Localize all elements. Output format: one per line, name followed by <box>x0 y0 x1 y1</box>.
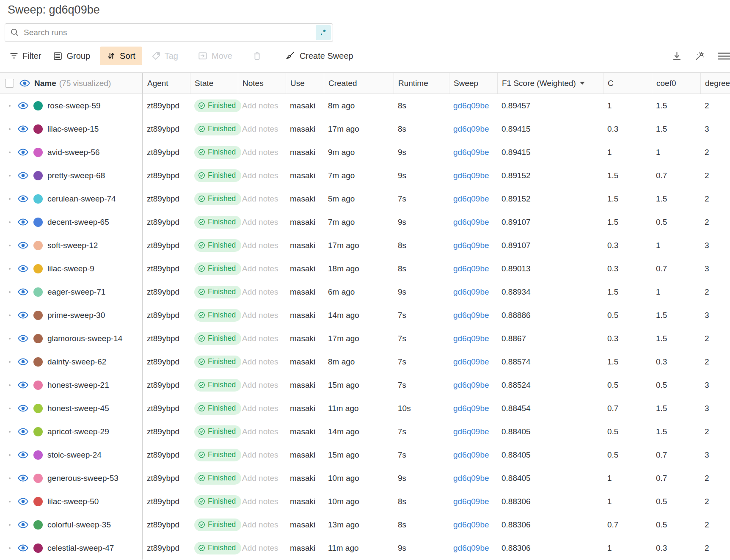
run-name-link[interactable]: lilac-sweep-9 <box>47 264 94 273</box>
column-header-notes[interactable]: Notes <box>238 73 286 94</box>
visibility-eye-icon[interactable] <box>18 125 28 133</box>
run-name-link[interactable]: glamorous-sweep-14 <box>47 334 122 343</box>
column-header-state[interactable]: State <box>190 73 238 94</box>
add-notes-button[interactable]: Add notes <box>242 241 278 250</box>
run-name-link[interactable]: eager-sweep-71 <box>47 287 105 297</box>
drag-handle[interactable] <box>9 431 11 433</box>
column-header-created[interactable]: Created <box>324 73 394 94</box>
move-button[interactable]: Move <box>198 51 232 61</box>
column-header-agent[interactable]: Agent <box>143 73 190 94</box>
filter-button[interactable]: Filter <box>9 51 41 61</box>
column-header-name[interactable]: Name (75 visualized) <box>0 73 143 94</box>
sweep-link[interactable]: gd6q09be <box>453 194 489 204</box>
column-header-sweep[interactable]: Sweep <box>449 73 497 94</box>
add-notes-button[interactable]: Add notes <box>242 124 278 134</box>
sweep-link[interactable]: gd6q09be <box>453 148 489 157</box>
add-notes-button[interactable]: Add notes <box>242 381 278 390</box>
add-notes-button[interactable]: Add notes <box>242 543 278 553</box>
add-notes-button[interactable]: Add notes <box>242 427 278 436</box>
column-header-degree[interactable]: degree <box>700 73 730 94</box>
add-notes-button[interactable]: Add notes <box>242 357 278 367</box>
menu-icon[interactable] <box>717 51 730 61</box>
run-name-link[interactable]: lilac-sweep-50 <box>47 497 99 506</box>
add-notes-button[interactable]: Add notes <box>242 520 278 530</box>
visibility-eye-icon[interactable] <box>18 171 28 179</box>
sweep-link[interactable]: gd6q09be <box>453 311 489 320</box>
visibility-eye-icon[interactable] <box>18 241 28 249</box>
drag-handle[interactable] <box>9 105 11 107</box>
column-header-f1-score[interactable]: F1 Score (Weighted) <box>497 73 603 94</box>
visibility-all-eye-icon[interactable] <box>19 79 30 87</box>
visibility-eye-icon[interactable] <box>18 265 28 273</box>
sweep-link[interactable]: gd6q09be <box>453 334 489 343</box>
visibility-eye-icon[interactable] <box>18 311 28 319</box>
drag-handle[interactable] <box>9 198 11 200</box>
sweep-link[interactable]: gd6q09be <box>453 520 489 530</box>
delete-button[interactable] <box>252 51 262 61</box>
sweep-link[interactable]: gd6q09be <box>453 474 489 483</box>
visibility-eye-icon[interactable] <box>18 358 28 366</box>
run-name-link[interactable]: lilac-sweep-15 <box>47 124 99 134</box>
drag-handle[interactable] <box>9 501 11 502</box>
visibility-eye-icon[interactable] <box>18 428 28 436</box>
visibility-eye-icon[interactable] <box>18 148 28 156</box>
sweep-link[interactable]: gd6q09be <box>453 171 489 180</box>
sort-button[interactable]: Sort <box>100 47 142 65</box>
add-notes-button[interactable]: Add notes <box>242 404 278 413</box>
drag-handle[interactable] <box>9 547 11 549</box>
sweep-link[interactable]: gd6q09be <box>453 543 489 553</box>
add-notes-button[interactable]: Add notes <box>242 474 278 483</box>
drag-handle[interactable] <box>9 408 11 409</box>
add-notes-button[interactable]: Add notes <box>242 334 278 343</box>
drag-handle[interactable] <box>9 245 11 246</box>
drag-handle[interactable] <box>9 384 11 386</box>
tag-button[interactable]: Tag <box>151 51 178 61</box>
visibility-eye-icon[interactable] <box>18 404 28 412</box>
add-notes-button[interactable]: Add notes <box>242 171 278 180</box>
add-notes-button[interactable]: Add notes <box>242 264 278 273</box>
sweep-link[interactable]: gd6q09be <box>453 404 489 413</box>
run-name-link[interactable]: generous-sweep-53 <box>47 474 118 483</box>
run-name-link[interactable]: cerulean-sweep-74 <box>47 194 116 204</box>
run-name-link[interactable]: rose-sweep-59 <box>47 101 101 110</box>
run-name-link[interactable]: honest-sweep-21 <box>47 381 109 390</box>
column-header-c[interactable]: C <box>603 73 652 94</box>
visibility-eye-icon[interactable] <box>18 497 28 505</box>
sweep-link[interactable]: gd6q09be <box>453 241 489 250</box>
drag-handle[interactable] <box>9 524 11 526</box>
run-name-link[interactable]: honest-sweep-45 <box>47 404 109 413</box>
drag-handle[interactable] <box>9 291 11 293</box>
drag-handle[interactable] <box>9 314 11 316</box>
drag-handle[interactable] <box>9 128 11 130</box>
drag-handle[interactable] <box>9 454 11 456</box>
sweep-link[interactable]: gd6q09be <box>453 264 489 273</box>
drag-handle[interactable] <box>9 152 11 153</box>
visibility-eye-icon[interactable] <box>18 381 28 389</box>
run-name-link[interactable]: apricot-sweep-29 <box>47 427 109 436</box>
run-name-link[interactable]: colorful-sweep-35 <box>47 520 111 530</box>
drag-handle[interactable] <box>9 361 11 363</box>
add-notes-button[interactable]: Add notes <box>242 148 278 157</box>
run-name-link[interactable]: dainty-sweep-62 <box>47 357 106 367</box>
visibility-eye-icon[interactable] <box>18 544 28 552</box>
run-name-link[interactable]: stoic-sweep-24 <box>47 450 102 460</box>
add-notes-button[interactable]: Add notes <box>242 450 278 460</box>
drag-handle[interactable] <box>9 338 11 339</box>
run-name-link[interactable]: avid-sweep-56 <box>47 148 100 157</box>
sweep-link[interactable]: gd6q09be <box>453 497 489 506</box>
visibility-eye-icon[interactable] <box>18 334 28 342</box>
select-all-checkbox[interactable] <box>5 79 14 88</box>
run-name-link[interactable]: prime-sweep-30 <box>47 311 105 320</box>
run-name-link[interactable]: pretty-sweep-68 <box>47 171 105 180</box>
search-input[interactable] <box>19 28 316 37</box>
sweep-link[interactable]: gd6q09be <box>453 124 489 134</box>
visibility-eye-icon[interactable] <box>18 474 28 482</box>
run-name-link[interactable]: soft-sweep-12 <box>47 241 98 250</box>
sweep-link[interactable]: gd6q09be <box>453 427 489 436</box>
sweep-link[interactable]: gd6q09be <box>453 450 489 460</box>
download-icon[interactable] <box>672 51 682 61</box>
sweep-link[interactable]: gd6q09be <box>453 287 489 297</box>
sweep-link[interactable]: gd6q09be <box>453 218 489 227</box>
drag-handle[interactable] <box>9 477 11 479</box>
add-notes-button[interactable]: Add notes <box>242 311 278 320</box>
